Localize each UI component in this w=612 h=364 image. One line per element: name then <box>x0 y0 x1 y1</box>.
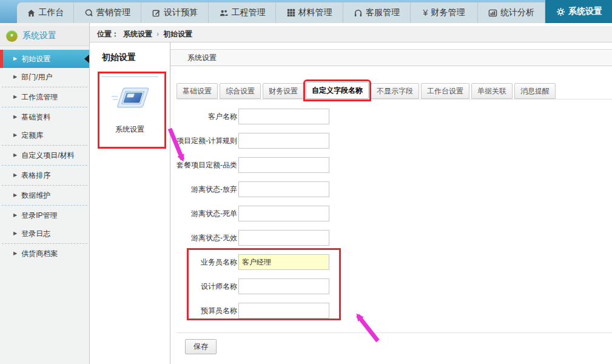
estimator-name-field[interactable] <box>238 303 329 318</box>
tab-workbench-settings[interactable]: 工作台设置 <box>421 83 469 99</box>
nav-item-label: 系统设置 <box>568 6 602 17</box>
designer-name-field[interactable] <box>238 278 329 294</box>
field-label-project-quota-rule: 项目定额-计算规则 <box>177 136 237 146</box>
panel-title: 初始设置 <box>102 52 170 63</box>
sidebar-item-basic-data[interactable]: ▶ 基础资料 <box>0 108 89 126</box>
triangle-bullet-icon: ▶ <box>13 231 17 236</box>
nav-item-finance[interactable]: ¥ 财务管理 <box>411 2 478 23</box>
triangle-bullet-icon: ▶ <box>13 133 17 138</box>
form-row: 游离状态-放弃 <box>177 177 612 201</box>
field-label-package-quota-category: 套餐项目定额-品类 <box>177 160 237 170</box>
triangle-bullet-icon: ▶ <box>13 173 17 178</box>
grid-icon <box>287 8 295 17</box>
nav-item-engineering[interactable]: 工程管理 <box>209 2 276 23</box>
triangle-bullet-icon: ▶ <box>13 115 17 120</box>
nav-item-label: 营销管理 <box>96 7 130 18</box>
field-label-free-status-dead: 游离状态-死单 <box>177 209 237 219</box>
nav-item-materials[interactable]: 材料管理 <box>276 2 343 23</box>
field-label-designer-name: 设计师名称 <box>177 281 237 292</box>
form-row: 客户名称 <box>177 104 612 129</box>
sidebar-separator <box>2 165 87 166</box>
sidebar-item-workflow[interactable]: ▶ 工作流管理 <box>0 88 89 106</box>
sidebar-item-table-sorting[interactable]: ▶ 表格排序 <box>0 166 89 184</box>
free-status-invalid-field[interactable] <box>238 230 329 246</box>
nav-item-label: 客服管理 <box>366 7 400 18</box>
nav-item-design-budget[interactable]: 设计预算 <box>141 2 209 23</box>
breadcrumb: 位置： 系统设置 › 初始设置 <box>90 26 612 42</box>
salesperson-name-field[interactable] <box>238 254 329 270</box>
nav-item-label: 设计预算 <box>164 7 198 18</box>
app-window: 工作台 营销管理 设计预算 工程管理 <box>0 0 612 364</box>
settings-tabs: 基础设置 综合设置 财务设置 自定义字段名称 不显示字段 工作台设置 单据关联 … <box>177 82 612 99</box>
system-settings-module[interactable]: 系统设置 <box>90 76 170 135</box>
triangle-bullet-icon: ▶ <box>13 193 17 198</box>
sidebar-item-login-log[interactable]: ▶ 登录日志 <box>0 224 89 243</box>
top-bar: 工作台 营销管理 设计预算 工程管理 <box>0 0 612 23</box>
triangle-bullet-icon: ▶ <box>13 251 17 256</box>
sidebar-separator <box>2 185 87 186</box>
chevron-down-icon: ▼ <box>6 30 18 42</box>
field-label-estimator-name: 预算员名称 <box>177 306 237 316</box>
system-settings-icon <box>101 76 158 117</box>
tab-custom-field-names[interactable]: 自定义字段名称 <box>306 82 369 99</box>
triangle-bullet-icon: ▶ <box>13 56 17 61</box>
sidebar-item-custom-projects-materials[interactable]: ▶ 自定义项目/材料 <box>0 146 89 164</box>
active-notch-icon <box>84 55 89 63</box>
edit-icon <box>152 8 161 18</box>
tab-hidden-fields[interactable]: 不显示字段 <box>371 83 419 99</box>
free-status-dead-field[interactable] <box>238 206 329 221</box>
sidebar-separator <box>2 107 87 107</box>
breadcrumb-prefix: 位置： <box>97 29 119 39</box>
triangle-bullet-icon: ▶ <box>13 213 17 218</box>
save-button[interactable]: 保存 <box>185 339 217 354</box>
form-row: 游离状态-死单 <box>177 201 612 226</box>
breadcrumb-item-system-settings[interactable]: 系统设置 <box>123 29 152 39</box>
tab-finance-settings[interactable]: 财务设置 <box>263 83 304 99</box>
form-row: 预算员名称 <box>177 298 612 323</box>
nav-item-label: 统计分析 <box>500 7 534 18</box>
form-divider <box>177 332 612 333</box>
module-panel: 初始设置 <box>90 42 170 364</box>
free-status-abandon-field[interactable] <box>238 181 329 197</box>
project-quota-rule-field[interactable] <box>238 133 329 149</box>
nav-item-statistics[interactable]: 统计分析 <box>478 2 545 23</box>
nav-item-workbench[interactable]: 工作台 <box>17 2 74 23</box>
sidebar-separator <box>2 87 87 87</box>
triangle-bullet-icon: ▶ <box>13 95 17 99</box>
sidebar-item-login-ip[interactable]: ▶ 登录IP管理 <box>0 206 89 224</box>
tab-document-relations[interactable]: 单据关联 <box>471 83 513 99</box>
tab-basic-settings[interactable]: 基础设置 <box>177 83 218 99</box>
tab-general-settings[interactable]: 综合设置 <box>220 83 261 99</box>
sidebar-separator <box>2 145 87 146</box>
sidebar: ▼ 系统设置 ▶ 初始设置 ▶ 部门/用户 ▶ 工作流管理 <box>0 23 90 364</box>
users-icon <box>219 8 229 18</box>
content-header: 系统设置 <box>170 49 612 66</box>
nav-item-customer-service[interactable]: 客服管理 <box>343 2 411 23</box>
nav-item-system-settings[interactable]: 系统设置 <box>545 0 612 23</box>
sidebar-item-initial-settings[interactable]: ▶ 初始设置 <box>0 50 89 68</box>
package-quota-category-field[interactable] <box>238 157 329 173</box>
breadcrumb-separator: › <box>156 30 159 38</box>
content-area: 系统设置 基础设置 综合设置 财务设置 自定义字段名称 不显示字段 工作台设置 … <box>170 42 612 364</box>
form-row: 套餐项目定额-品类 <box>177 153 612 177</box>
tab-message-reminder[interactable]: 消息提醒 <box>514 83 556 99</box>
nav-item-label: 工程管理 <box>232 7 266 18</box>
nav-item-marketing[interactable]: 营销管理 <box>74 2 141 23</box>
sidebar-item-data-maintenance[interactable]: ▶ 数据维护 <box>0 186 89 204</box>
chat-icon <box>84 8 93 18</box>
form-row: 设计师名称 <box>177 274 612 298</box>
field-label-free-status-invalid: 游离状态-无效 <box>177 233 237 243</box>
sidebar-item-departments-users[interactable]: ▶ 部门/用户 <box>0 68 89 86</box>
triangle-bullet-icon: ▶ <box>13 75 17 79</box>
nav-item-label: 财务管理 <box>431 7 465 18</box>
customer-name-field[interactable] <box>238 109 329 124</box>
system-settings-icon-label: 系统设置 <box>90 124 170 135</box>
field-label-customer-name: 客户名称 <box>177 112 237 122</box>
sidebar-header[interactable]: ▼ 系统设置 <box>0 26 89 46</box>
chart-icon <box>488 8 497 18</box>
sidebar-item-quota-library[interactable]: ▶ 定额库 <box>0 126 89 144</box>
sidebar-item-supplier-archive[interactable]: ▶ 供货商档案 <box>0 244 89 263</box>
field-label-free-status-abandon: 游离状态-放弃 <box>177 184 237 195</box>
triangle-bullet-icon: ▶ <box>13 153 17 158</box>
yen-icon: ¥ <box>423 8 428 17</box>
